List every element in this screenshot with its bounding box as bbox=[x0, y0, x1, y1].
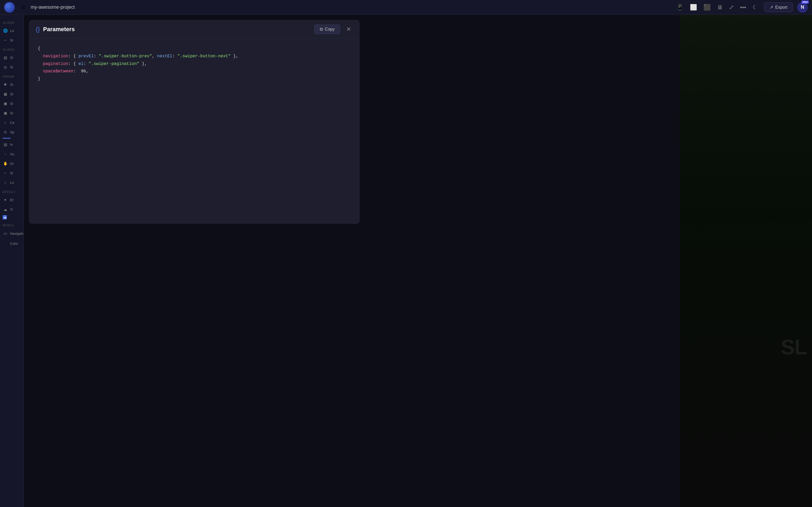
sidebar-item-param4[interactable]: ▣ Sl bbox=[0, 108, 23, 118]
monitor-icon[interactable]: 🖥 bbox=[717, 4, 723, 11]
sidebar-item-slides1[interactable]: ▤ Sl bbox=[0, 53, 23, 62]
grab-icon: ✋ bbox=[3, 161, 8, 166]
project-name: my-awesome-project bbox=[31, 4, 75, 10]
desktop-icon[interactable]: ⬛ bbox=[703, 4, 711, 11]
box2-icon: ▣ bbox=[3, 110, 8, 116]
mobile-icon[interactable]: 📱 bbox=[676, 4, 683, 11]
sidebar-item-label: Sl bbox=[10, 102, 13, 106]
sidebar-item-label: Sl bbox=[10, 65, 13, 69]
sidebar-toggle-icon: ☰ bbox=[21, 5, 25, 10]
app-logo[interactable] bbox=[4, 2, 15, 13]
moon-icon[interactable]: ☾ bbox=[753, 4, 758, 11]
grid-icon: ▦ bbox=[3, 91, 8, 97]
parameters-icon: {} bbox=[36, 25, 40, 33]
sidebar-item-label: Gr bbox=[10, 162, 14, 166]
sidebar-item-navigation[interactable]: ◁▷ Navigation bbox=[0, 228, 23, 239]
sidebar-item-label: Sl bbox=[10, 111, 13, 115]
auto-icon: ↑ bbox=[3, 151, 8, 157]
sidebar-item-init[interactable]: ▤ In bbox=[0, 140, 23, 149]
sidebar-section-param: PARAM bbox=[0, 72, 23, 80]
sidebar-item-sl1[interactable]: ↔ Sl bbox=[0, 36, 23, 45]
sidebar-divider bbox=[3, 138, 11, 138]
sidebar-item-label: Color bbox=[10, 242, 18, 245]
topbar: ☰ my-awesome-project 📱 ⬜ ⬛ 🖥 ⤢ ••• ☾ ↗ E… bbox=[0, 0, 812, 15]
modal-header: {} Parameters ⧉ Copy ✕ bbox=[29, 20, 359, 39]
space-icon: ⊙ bbox=[3, 129, 8, 135]
sidebar-item-label: Au bbox=[10, 152, 14, 156]
sidebar-item-label: Sl bbox=[10, 82, 13, 87]
sidebar-item-slides2[interactable]: ◎ Sl bbox=[0, 62, 23, 72]
sidebar-section-slider: SLIDER bbox=[0, 18, 23, 26]
sidebar-item-param2[interactable]: ▦ Sl bbox=[0, 89, 23, 99]
main-content: SL {} Parameters ⧉ Copy ✕ { navigation: … bbox=[24, 15, 812, 507]
sidebar: SLIDER 🌐 La ↔ Sl SLIDES ▤ Sl ◎ Sl PARAM … bbox=[0, 15, 24, 507]
slider-icon: ↔ bbox=[3, 38, 8, 43]
sidebar-item-la[interactable]: 🌐 La bbox=[0, 26, 23, 36]
sl2-icon: ↔ bbox=[3, 170, 8, 176]
sidebar-item-label: Sl bbox=[10, 38, 13, 42]
target-icon: ◎ bbox=[3, 64, 8, 70]
sidebar-item-label: La bbox=[10, 29, 14, 33]
volume-icon: ◀ bbox=[3, 215, 7, 219]
sidebar-item-grab[interactable]: ✋ Gr bbox=[0, 159, 23, 168]
sidebar-item-label: Ef bbox=[10, 198, 13, 202]
cloud-icon: ☁ bbox=[3, 207, 8, 212]
box-icon: ▣ bbox=[3, 101, 8, 106]
sidebar-item-transition[interactable]: ☁ Tr bbox=[0, 205, 23, 214]
sidebar-item-label: Navigation bbox=[10, 232, 24, 235]
parameters-modal: {} Parameters ⧉ Copy ✕ { navigation: { p… bbox=[29, 20, 359, 224]
sidebar-item-loop[interactable]: ○ Lo bbox=[0, 178, 23, 187]
sidebar-section-modules: MODUL bbox=[0, 221, 23, 228]
sidebar-item-label: In bbox=[10, 143, 13, 147]
sidebar-item-label: Sl bbox=[10, 171, 13, 175]
sidebar-item-label: Tr bbox=[10, 208, 13, 212]
slides-icon: ▤ bbox=[3, 55, 8, 60]
modal-close-button[interactable]: ✕ bbox=[344, 25, 353, 34]
sidebar-item-center[interactable]: ○ Ce bbox=[0, 118, 23, 127]
sidebar-item-label: Lo bbox=[10, 181, 14, 184]
sidebar-section-effects: EFFECT bbox=[0, 187, 23, 195]
export-share-icon: ↗ bbox=[770, 5, 773, 10]
sidebar-item-label: Ce bbox=[10, 121, 14, 125]
globe-icon: 🌐 bbox=[3, 28, 8, 33]
close-icon: ✕ bbox=[346, 26, 351, 33]
export-button[interactable]: ↗ Export bbox=[764, 2, 793, 12]
sidebar-item-label: Sp bbox=[10, 130, 14, 134]
effect-icon: ✦ bbox=[3, 197, 8, 203]
sidebar-item-auto[interactable]: ↑ Au bbox=[0, 149, 23, 159]
sidebar-item-label: Sl bbox=[10, 56, 13, 60]
sidebar-item-label: Sl bbox=[10, 92, 13, 96]
init-icon: ▤ bbox=[3, 142, 8, 147]
code-line-1: { bbox=[38, 45, 351, 53]
code-line-4: spaceBetween: 96, bbox=[38, 68, 351, 75]
resize-icon[interactable]: ⤢ bbox=[729, 4, 734, 11]
sidebar-item-space[interactable]: ⊙ Sp bbox=[0, 127, 23, 137]
code-line-3: pagination: { el: ".swiper-pagination" }… bbox=[38, 60, 351, 68]
more-icon[interactable]: ••• bbox=[740, 4, 746, 11]
color-icon bbox=[3, 241, 8, 246]
circle-icon: ○ bbox=[3, 120, 8, 125]
sidebar-item-param3[interactable]: ▣ Sl bbox=[0, 99, 23, 108]
topbar-device-icons: 📱 ⬜ ⬛ 🖥 ⤢ ••• ☾ bbox=[676, 4, 758, 11]
code-line-2: navigation: { prevEl: ".swiper-button-pr… bbox=[38, 53, 351, 60]
plus-icon: ✚ bbox=[3, 82, 8, 87]
modal-title: Parameters bbox=[43, 26, 75, 33]
copy-button[interactable]: ⧉ Copy bbox=[314, 24, 340, 34]
sidebar-toggle[interactable]: ☰ bbox=[19, 3, 28, 12]
sidebar-section-slides: SLIDES bbox=[0, 45, 23, 53]
user-avatar[interactable]: N PRO bbox=[797, 2, 808, 13]
modal-overlay[interactable]: {} Parameters ⧉ Copy ✕ { navigation: { p… bbox=[24, 15, 812, 507]
sidebar-item-color[interactable]: Color ▼ bbox=[0, 239, 23, 248]
export-label: Export bbox=[775, 5, 788, 10]
sidebar-item-effect[interactable]: ✦ Ef bbox=[0, 195, 23, 205]
pro-badge: PRO bbox=[801, 1, 809, 4]
sidebar-item-param1[interactable]: ✚ Sl bbox=[0, 80, 23, 89]
copy-label: Copy bbox=[325, 27, 335, 32]
sidebar-item-sl2[interactable]: ↔ Sl bbox=[0, 168, 23, 178]
code-line-5: } bbox=[38, 75, 351, 83]
code-area: { navigation: { prevEl: ".swiper-button-… bbox=[29, 39, 359, 223]
loop-icon: ○ bbox=[3, 180, 8, 185]
tablet-icon[interactable]: ⬜ bbox=[690, 4, 697, 11]
copy-icon: ⧉ bbox=[320, 27, 323, 32]
navigation-icon: ◁▷ bbox=[3, 231, 8, 236]
